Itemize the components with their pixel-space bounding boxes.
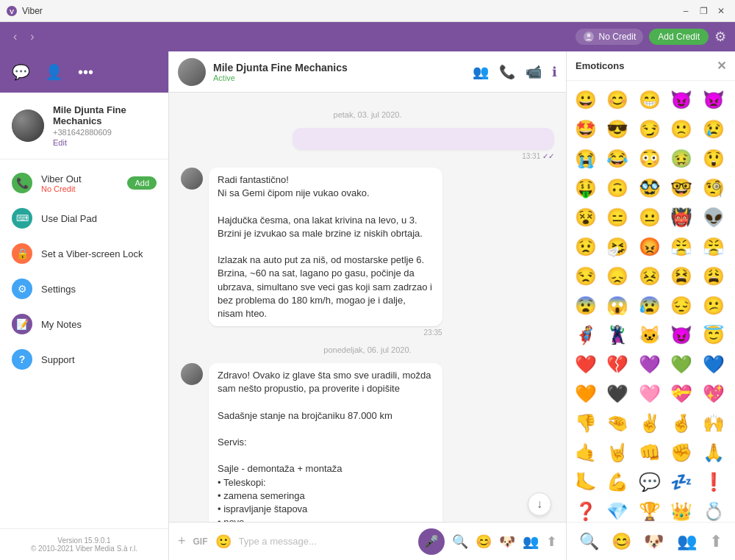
scroll-down-button[interactable]: ↓ — [528, 492, 551, 516]
message-input[interactable] — [239, 536, 411, 547]
emoji-money[interactable]: 🤑 — [573, 175, 599, 201]
emoji-ring[interactable]: 💍 — [700, 498, 727, 522]
emoji-cool[interactable]: 😎 — [604, 116, 631, 143]
emoticons-close-button[interactable]: ✕ — [717, 59, 726, 73]
emoji-panel-icon[interactable]: 😊 — [476, 534, 492, 550]
emoji-thumbsdown[interactable]: 👎 — [573, 410, 599, 437]
emoji-worried[interactable]: 😟 — [573, 234, 599, 260]
emoji-fist[interactable]: 👊 — [637, 439, 663, 466]
emoji-anger[interactable]: 😤 — [668, 234, 695, 260]
search-messages-icon[interactable]: 🔍 — [452, 534, 468, 550]
add-participant-icon[interactable]: 👥 — [473, 64, 489, 80]
emoji-speech[interactable]: 💬 — [637, 469, 663, 495]
emoji-flushed[interactable]: 😳 — [637, 146, 663, 172]
sticker-icon[interactable]: 🙂 — [215, 534, 232, 550]
emoji-grin[interactable]: 😁 — [637, 87, 663, 113]
emoji-confused[interactable]: 😕 — [700, 292, 727, 319]
gif-icon[interactable]: GIF — [193, 536, 208, 547]
emoji-pray[interactable]: 🙏 — [700, 439, 727, 466]
settings-icon[interactable]: ⚙ — [714, 29, 726, 45]
emoji-sneezing[interactable]: 🤧 — [604, 234, 631, 260]
emoji-sick[interactable]: 🤢 — [668, 146, 695, 172]
emoji-neutral[interactable]: 😐 — [637, 204, 663, 231]
emoji-broken-heart[interactable]: 💔 — [604, 351, 631, 378]
emoji-weary[interactable]: 😩 — [700, 263, 727, 290]
emoji-black-heart[interactable]: 🖤 — [604, 381, 631, 407]
chat-icon[interactable]: 💬 — [12, 63, 30, 81]
emoji-sparkling-heart[interactable]: 💖 — [700, 381, 727, 407]
emoji-tab-icon[interactable]: 😊 — [612, 532, 631, 551]
emoji-red-heart[interactable]: ❤️ — [573, 351, 599, 378]
video-call-icon[interactable]: 📹 — [526, 64, 542, 80]
emoji-dizzy[interactable]: 😵 — [573, 204, 599, 231]
sidebar-item-settings[interactable]: ⚙ Settings — [0, 271, 168, 306]
emoji-horns[interactable]: 🤘 — [604, 439, 631, 466]
back-button[interactable]: ‹ — [9, 29, 21, 45]
emoji-catface[interactable]: 🐱 — [637, 322, 663, 348]
emoji-laughcry[interactable]: 😂 — [604, 146, 631, 172]
emoji-blue-heart[interactable]: 💙 — [700, 351, 727, 378]
emoji-smirk[interactable]: 😏 — [637, 116, 663, 143]
emoji-starstruck[interactable]: 🤩 — [573, 116, 599, 143]
emoji-sob[interactable]: 😭 — [573, 146, 599, 172]
emoji-grinning[interactable]: 😀 — [573, 87, 599, 113]
forward-button[interactable]: › — [26, 29, 38, 45]
emoji-purple-heart[interactable]: 💜 — [637, 351, 663, 378]
expand-icon[interactable]: ⬆ — [709, 532, 723, 551]
bot-icon[interactable]: 🐶 — [499, 534, 515, 550]
emoji-nerd[interactable]: 🤓 — [668, 175, 695, 201]
more-options-icon[interactable]: ⬆ — [546, 534, 557, 550]
emoji-peace[interactable]: ✌️ — [637, 410, 663, 437]
emoji-pinching[interactable]: 🤏 — [604, 410, 631, 437]
emoji-triumph[interactable]: 😤 — [700, 234, 727, 260]
emoji-upside[interactable]: 🙃 — [604, 175, 631, 201]
emoji-unamused[interactable]: 😒 — [573, 263, 599, 290]
gif-tab-icon[interactable]: 👥 — [677, 532, 697, 551]
emoji-diamond[interactable]: 💎 — [604, 498, 631, 522]
emoji-fearful[interactable]: 😨 — [573, 292, 599, 319]
emoji-persevere[interactable]: 😣 — [637, 263, 663, 290]
add-credit-button[interactable]: Add Credit — [649, 29, 709, 45]
emoji-cry[interactable]: 😢 — [700, 116, 727, 143]
emoji-sunglasses-heart[interactable]: 🥸 — [637, 175, 663, 201]
contact-edit-link[interactable]: Edit — [53, 138, 157, 147]
voice-call-icon[interactable]: 📞 — [499, 64, 515, 80]
emoji-sad[interactable]: 🙁 — [668, 116, 695, 143]
emoji-exclaim[interactable]: ❗ — [700, 469, 727, 495]
emoji-expressionless[interactable]: 😑 — [604, 204, 631, 231]
emoji-crown[interactable]: 👑 — [668, 498, 695, 522]
emoji-pensive[interactable]: 😔 — [668, 292, 695, 319]
sidebar-item-my-notes[interactable]: 📝 My Notes — [0, 306, 168, 342]
emoji-tired[interactable]: 😫 — [668, 263, 695, 290]
emoji-open-hands[interactable]: 🙌 — [700, 410, 727, 437]
emoji-trophy[interactable]: 🏆 — [637, 498, 663, 522]
emoji-foot[interactable]: 🦶 — [573, 469, 599, 495]
emoji-astonished[interactable]: 😲 — [700, 146, 727, 172]
emoji-superhero[interactable]: 🦸 — [573, 322, 599, 348]
sidebar-item-support[interactable]: ? Support — [0, 342, 168, 377]
emoji-scream[interactable]: 😱 — [604, 292, 631, 319]
close-button[interactable]: ✕ — [713, 3, 729, 19]
emoji-orange-heart[interactable]: 🧡 — [573, 381, 599, 407]
emoji-disappointed[interactable]: 😞 — [604, 263, 631, 290]
emoji-smiling-devil[interactable]: 😈 — [668, 322, 695, 348]
emoji-question[interactable]: ❓ — [573, 498, 599, 522]
emoji-muscle[interactable]: 💪 — [604, 469, 631, 495]
sidebar-item-dial-pad[interactable]: ⌨ Use Dial Pad — [0, 201, 168, 236]
mic-button[interactable]: 🎤 — [418, 528, 445, 555]
emoji-green-heart[interactable]: 💚 — [668, 351, 695, 378]
contacts-icon[interactable]: 👤 — [45, 63, 63, 81]
attachment-icon[interactable]: + — [178, 534, 186, 549]
emoji-evil[interactable]: 😈 — [668, 87, 695, 113]
emoji-crossed-fingers[interactable]: 🤞 — [668, 410, 695, 437]
emoji-angry-devil[interactable]: 👿 — [700, 87, 727, 113]
emoji-demon[interactable]: 👹 — [668, 204, 695, 231]
emoji-call-me[interactable]: 🤙 — [573, 439, 599, 466]
emoji-raised-fist[interactable]: ✊ — [668, 439, 695, 466]
emoji-sweat[interactable]: 😰 — [637, 292, 663, 319]
maximize-button[interactable]: ❐ — [695, 3, 711, 19]
minimize-button[interactable]: – — [678, 3, 694, 19]
emoji-angel[interactable]: 😇 — [700, 322, 727, 348]
emoji-zzz[interactable]: 💤 — [668, 469, 695, 495]
more-icon[interactable]: ••• — [78, 64, 93, 81]
